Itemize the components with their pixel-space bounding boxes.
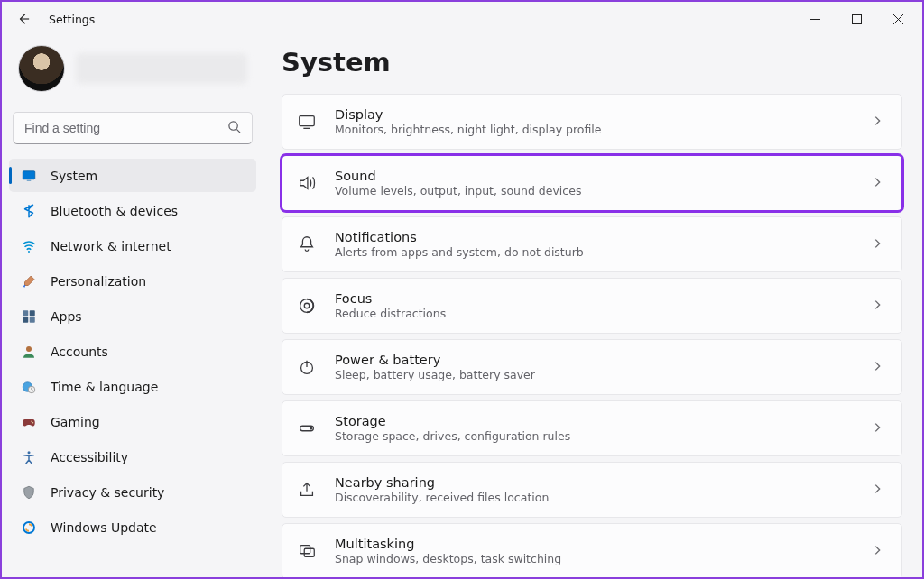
sidebar-item-label: Time & language [51, 380, 158, 394]
sidebar-item-label: Bluetooth & devices [51, 204, 178, 218]
chevron-right-icon [871, 298, 883, 315]
card-title: Focus [335, 291, 855, 306]
multitasking-icon [295, 539, 319, 563]
card-desc: Reduce distractions [335, 307, 855, 320]
svg-rect-6 [23, 170, 35, 179]
card-title: Nearby sharing [335, 475, 855, 490]
card-text: Focus Reduce distractions [335, 291, 855, 320]
titlebar: Settings [2, 2, 922, 36]
sidebar-item-accessibility[interactable]: Accessibility [9, 440, 256, 473]
sidebar-item-label: Gaming [51, 415, 100, 429]
card-multitasking[interactable]: Multitasking Snap windows, desktops, tas… [282, 523, 902, 577]
svg-rect-20 [300, 116, 315, 126]
avatar [18, 45, 65, 92]
power-icon [295, 355, 319, 379]
search-input[interactable] [24, 121, 227, 135]
sidebar-item-label: Apps [51, 309, 82, 324]
card-text: Display Monitors, brightness, night ligh… [335, 107, 855, 136]
card-text: Power & battery Sleep, battery usage, ba… [335, 353, 855, 381]
sidebar-item-gaming[interactable]: Gaming [9, 405, 256, 438]
sidebar-item-time[interactable]: Time & language [9, 370, 256, 403]
svg-point-17 [32, 422, 34, 424]
focus-icon [295, 294, 319, 317]
card-focus[interactable]: Focus Reduce distractions [282, 278, 902, 334]
svg-rect-9 [23, 310, 28, 316]
chevron-right-icon [871, 175, 883, 192]
person-icon [20, 343, 38, 361]
sound-icon [295, 171, 319, 195]
close-button[interactable] [877, 5, 919, 33]
storage-icon [295, 417, 319, 440]
sidebar-item-update[interactable]: Windows Update [9, 510, 256, 544]
main-panel: System Display Monitors, brightness, nig… [263, 36, 922, 577]
page-title: System [282, 47, 902, 78]
card-title: Notifications [335, 230, 855, 244]
card-title: Display [335, 107, 855, 122]
svg-rect-11 [23, 317, 28, 322]
card-power[interactable]: Power & battery Sleep, battery usage, ba… [282, 339, 902, 395]
card-desc: Discoverability, received files location [335, 491, 855, 504]
svg-rect-29 [304, 548, 314, 556]
card-title: Storage [335, 414, 855, 428]
svg-rect-28 [300, 546, 310, 554]
card-text: Multitasking Snap windows, desktops, tas… [335, 537, 855, 565]
system-icon [20, 167, 38, 185]
card-desc: Sleep, battery usage, battery saver [335, 368, 855, 381]
window-title: Settings [49, 13, 95, 26]
sidebar-item-label: Windows Update [51, 520, 157, 535]
sidebar-item-network[interactable]: Network & internet [9, 229, 256, 262]
svg-point-27 [310, 427, 312, 429]
gamepad-icon [20, 413, 38, 431]
apps-icon [20, 308, 38, 326]
chevron-right-icon [871, 482, 883, 499]
svg-point-13 [26, 346, 32, 352]
chevron-right-icon [871, 420, 883, 437]
card-desc: Monitors, brightness, night light, displ… [335, 123, 855, 136]
card-text: Nearby sharing Discoverability, received… [335, 475, 855, 504]
card-display[interactable]: Display Monitors, brightness, night ligh… [282, 94, 902, 150]
sidebar-item-apps[interactable]: Apps [9, 299, 256, 333]
sidebar-item-system[interactable]: System [9, 159, 256, 192]
svg-rect-1 [852, 14, 861, 23]
shield-icon [20, 483, 38, 501]
minimize-button[interactable] [794, 5, 836, 33]
chevron-right-icon [871, 236, 883, 253]
back-button[interactable] [14, 10, 32, 28]
card-notifications[interactable]: Notifications Alerts from apps and syste… [282, 216, 902, 272]
svg-point-23 [304, 303, 310, 308]
card-desc: Alerts from apps and system, do not dist… [335, 245, 855, 259]
sidebar-item-label: Network & internet [51, 239, 171, 253]
svg-rect-7 [27, 179, 32, 181]
svg-point-8 [28, 251, 30, 253]
card-text: Notifications Alerts from apps and syste… [335, 230, 855, 259]
card-text: Sound Volume levels, output, input, soun… [335, 169, 855, 198]
accessibility-icon [20, 448, 38, 466]
card-text: Storage Storage space, drives, configura… [335, 414, 855, 443]
update-icon [20, 519, 38, 537]
sidebar-item-bluetooth[interactable]: Bluetooth & devices [9, 194, 256, 227]
wifi-icon [20, 237, 38, 255]
chevron-right-icon [871, 543, 883, 560]
svg-point-16 [31, 420, 32, 422]
card-title: Sound [335, 169, 855, 183]
bell-icon [295, 233, 319, 256]
bluetooth-icon [20, 202, 38, 220]
svg-rect-10 [30, 310, 35, 316]
share-icon [295, 478, 319, 501]
window-controls [794, 5, 919, 33]
search-icon [227, 120, 241, 137]
profile-block[interactable] [9, 40, 256, 108]
sidebar-item-personalization[interactable]: Personalization [9, 264, 256, 298]
card-title: Power & battery [335, 353, 855, 367]
sidebar-item-privacy[interactable]: Privacy & security [9, 475, 256, 509]
card-nearby-sharing[interactable]: Nearby sharing Discoverability, received… [282, 462, 902, 518]
svg-rect-12 [30, 317, 35, 322]
search-box[interactable] [13, 112, 253, 144]
card-sound[interactable]: Sound Volume levels, output, input, soun… [282, 155, 902, 211]
card-desc: Storage space, drives, configuration rul… [335, 429, 855, 443]
card-storage[interactable]: Storage Storage space, drives, configura… [282, 400, 902, 456]
svg-line-5 [236, 129, 240, 133]
sidebar-item-accounts[interactable]: Accounts [9, 335, 256, 368]
maximize-button[interactable] [836, 5, 877, 33]
card-desc: Snap windows, desktops, task switching [335, 552, 855, 565]
